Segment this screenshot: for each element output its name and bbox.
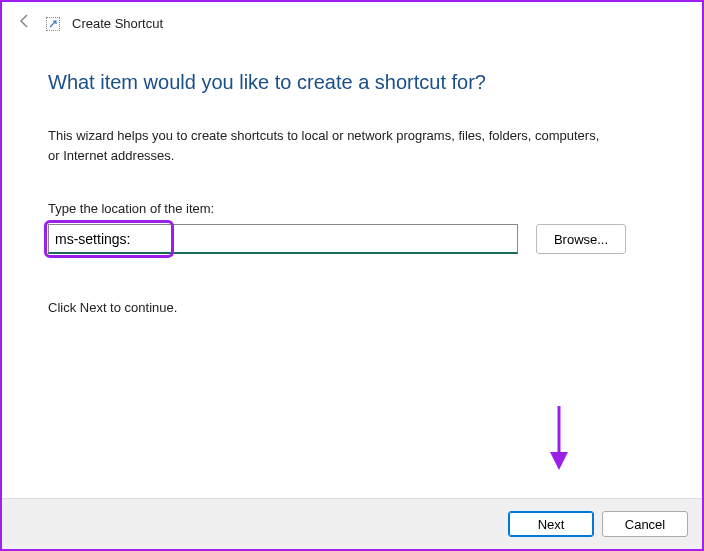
- annotation-arrow-icon: [546, 402, 572, 478]
- next-button[interactable]: Next: [508, 511, 594, 537]
- cancel-button[interactable]: Cancel: [602, 511, 688, 537]
- wizard-content: What item would you like to create a sho…: [2, 41, 702, 498]
- location-input-wrap: [48, 224, 518, 254]
- location-input[interactable]: [48, 224, 518, 254]
- page-heading: What item would you like to create a sho…: [48, 71, 656, 94]
- continue-hint: Click Next to continue.: [48, 300, 656, 315]
- browse-button[interactable]: Browse...: [536, 224, 626, 254]
- location-label: Type the location of the item:: [48, 201, 656, 216]
- wizard-description: This wizard helps you to create shortcut…: [48, 126, 608, 165]
- window-title: Create Shortcut: [72, 16, 163, 31]
- button-bar: Next Cancel: [2, 498, 702, 549]
- back-arrow-icon[interactable]: [16, 12, 34, 35]
- location-row: Browse...: [48, 224, 656, 254]
- titlebar: Create Shortcut: [2, 2, 702, 41]
- shortcut-overlay-icon: [46, 17, 60, 31]
